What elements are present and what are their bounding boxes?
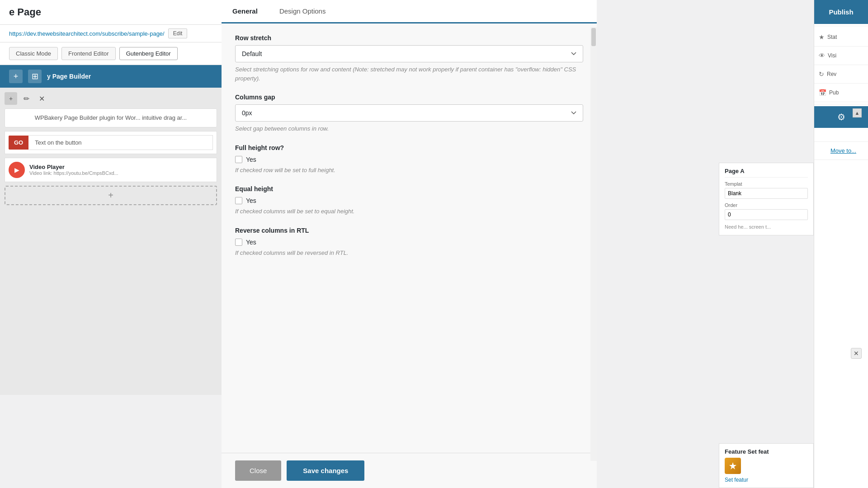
columns-gap-group: Columns gap 0px 5px 10px 20px 30px 35px … (235, 94, 583, 133)
equal-height-group: Equal height Yes If checked columns will… (235, 185, 583, 216)
publish-time-label: Pub (829, 89, 839, 96)
go-button[interactable]: GO (9, 136, 28, 150)
visibility-label: Visi (828, 52, 836, 59)
reverse-rtl-group: Reverse columns in RTL Yes If checked co… (235, 227, 583, 258)
equal-height-checkbox-row: Yes (235, 197, 583, 204)
full-height-label: Full height row? (235, 144, 583, 151)
row-stretch-group: Row stretch Default Stretch row Stretch … (235, 34, 583, 83)
editor-tabs: Classic Mode Frontend Editor Gutenberg E… (0, 42, 222, 65)
page-attributes-title: Page A (725, 168, 808, 178)
columns-gap-select[interactable]: 0px 5px 10px 20px 30px 35px (235, 104, 583, 122)
builder-content: + ✏ ✕ WPBakery Page Builder plugin for W… (0, 88, 222, 395)
reverse-rtl-label: Reverse columns in RTL (235, 227, 583, 234)
close-button[interactable]: Close (235, 460, 281, 481)
modal-panel: General Design Options Row stretch Defau… (222, 0, 597, 488)
edit-button[interactable]: Edit (168, 28, 188, 38)
video-url: Video link: https://youtu.be/CmpsBCxd... (29, 170, 213, 176)
visibility-icon: 👁 (819, 52, 825, 59)
reverse-rtl-checkbox-row: Yes (235, 239, 583, 246)
feature-icon-row (725, 458, 808, 474)
reverse-rtl-hint: If checked columns will be reversed in R… (235, 249, 583, 258)
reverse-rtl-checkbox[interactable] (235, 239, 242, 246)
status-label: Stat (827, 34, 837, 40)
full-height-checkbox-row: Yes (235, 156, 583, 163)
equal-height-checkbox[interactable] (235, 197, 242, 204)
equal-height-yes-label: Yes (246, 197, 256, 204)
sidebar-publish-time[interactable]: 📅 Pub (814, 84, 868, 102)
feature-set-title: Feature Set feat (725, 448, 808, 455)
feature-icon (725, 458, 741, 474)
svg-marker-0 (729, 462, 736, 469)
sidebar-visibility[interactable]: 👁 Visi (814, 47, 868, 65)
row-stretch-label: Row stretch (235, 34, 583, 42)
panel-close-button[interactable]: ✕ (851, 348, 862, 359)
calendar-icon: 📅 (819, 89, 826, 96)
video-widget: ▶ Video Player Video link: https://youtu… (5, 158, 217, 182)
page-url-link[interactable]: https://dev.thewebsitearchitect.com/subs… (9, 30, 165, 37)
page-attributes-panel: Page A Templat Order Need he... screen t… (719, 163, 814, 235)
builder-header: + ⊞ y Page Builder (0, 65, 222, 88)
edit-row-button[interactable]: ✏ (20, 92, 33, 105)
tab-design-options[interactable]: Design Options (269, 0, 337, 23)
modal-footer: Close Save changes (222, 453, 597, 488)
template-input[interactable] (725, 188, 808, 199)
add-row-button[interactable]: + (9, 70, 23, 83)
gear-icon: ⚙ (837, 112, 845, 122)
scroll-up-button[interactable]: ▲ (853, 108, 862, 117)
modal-tabs: General Design Options (222, 0, 597, 23)
tab-frontend[interactable]: Frontend Editor (61, 47, 116, 60)
revision-icon: ↻ (819, 70, 824, 78)
video-info: Video Player Video link: https://youtu.b… (29, 164, 213, 176)
url-bar: https://dev.thewebsitearchitect.com/subs… (0, 25, 222, 42)
equal-height-label: Equal height (235, 185, 583, 192)
tab-classic[interactable]: Classic Mode (9, 47, 58, 60)
button-widget: GO Text on the button (5, 131, 217, 154)
row-controls: + ✏ ✕ (5, 92, 217, 105)
scrollbar-thumb (591, 28, 596, 46)
row-stretch-select[interactable]: Default Stretch row Stretch row and cont… (235, 45, 583, 62)
move-to-link[interactable]: Move to... (826, 144, 856, 158)
right-sidebar: Publish ★ Stat 👁 Visi ↻ Rev 📅 Pub ⚙ ▲ Mo… (814, 0, 868, 488)
page-attributes-note: Need he... screen t... (725, 224, 808, 230)
page-area: e Page https://dev.thewebsitearchitect.c… (0, 0, 222, 488)
feature-set-panel: Feature Set feat Set featur (719, 443, 814, 488)
full-height-hint: If checked row will be set to full heigh… (235, 166, 583, 175)
template-label: Templat (725, 181, 808, 187)
order-label: Order (725, 202, 808, 208)
play-icon: ▶ (9, 162, 25, 178)
modal-body: Row stretch Default Stretch row Stretch … (222, 23, 597, 453)
modal-scrollbar[interactable] (590, 27, 597, 461)
content-block: WPBakery Page Builder plugin for Wor... … (5, 108, 217, 127)
builder-title: y Page Builder (47, 73, 91, 80)
delete-row-button[interactable]: ✕ (35, 92, 48, 105)
columns-gap-label: Columns gap (235, 94, 583, 101)
video-title: Video Player (29, 164, 213, 170)
order-input[interactable] (725, 209, 808, 220)
tab-general[interactable]: General (222, 0, 269, 23)
revision-label: Rev (827, 71, 836, 77)
reverse-rtl-yes-label: Yes (246, 239, 256, 246)
set-featured-link[interactable]: Set featur (725, 477, 808, 483)
sidebar-revision[interactable]: ↻ Rev (814, 65, 868, 84)
button-text-display: Text on the button (28, 135, 213, 150)
layout-button[interactable]: ⊞ (28, 70, 42, 83)
equal-height-hint: If checked columns will be set to equal … (235, 207, 583, 216)
full-height-group: Full height row? Yes If checked row will… (235, 144, 583, 175)
page-title: e Page (0, 0, 222, 25)
content-block-text: WPBakery Page Builder plugin for Wor... … (9, 113, 212, 122)
save-changes-button[interactable]: Save changes (287, 460, 364, 481)
status-icon: ★ (819, 33, 825, 41)
row-stretch-hint: Select stretching options for row and co… (235, 65, 583, 83)
tab-gutenberg[interactable]: Gutenberg Editor (119, 47, 178, 60)
full-height-checkbox[interactable] (235, 156, 242, 163)
full-height-yes-label: Yes (246, 156, 256, 163)
add-new-row-button[interactable]: + (5, 186, 217, 205)
add-element-button[interactable]: + (5, 92, 17, 105)
sidebar-status[interactable]: ★ Stat (814, 28, 868, 47)
columns-gap-hint: Select gap between columns in row. (235, 124, 583, 133)
publish-button[interactable]: Publish (814, 0, 868, 24)
